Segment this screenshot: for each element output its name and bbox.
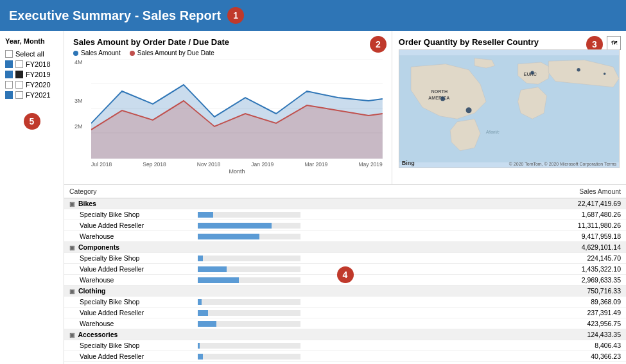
sub-bar-cell bbox=[193, 340, 321, 351]
select-all-label: Select all bbox=[15, 50, 44, 58]
sub-bar-cell bbox=[193, 231, 321, 242]
sub-amount: 2,969,633.35 bbox=[321, 275, 626, 286]
line-chart-title: Sales Amount by Order Date / Due Date bbox=[73, 37, 383, 47]
expand-icon[interactable]: ▣ bbox=[69, 201, 75, 207]
col-category: Category bbox=[64, 185, 193, 198]
sub-bar-cell bbox=[193, 297, 321, 308]
sub-amount: 75,660.69 bbox=[321, 362, 626, 365]
sidebar-select-all[interactable]: Select all bbox=[5, 49, 58, 59]
sub-amount: 237,391.49 bbox=[321, 308, 626, 318]
legend-dot-blue bbox=[73, 51, 78, 56]
sub-category-name: Specialty Bike Shop bbox=[64, 209, 193, 220]
col-bar bbox=[193, 185, 321, 198]
right-section: Sales Amount by Order Date / Due Date Sa… bbox=[64, 31, 626, 364]
legend-dot-red bbox=[130, 51, 135, 56]
svg-point-17 bbox=[440, 96, 445, 101]
svg-text:AMERICA: AMERICA bbox=[428, 95, 450, 101]
table-row: Warehouse 9,417,959.18 bbox=[64, 231, 626, 242]
sub-category-name: Specialty Bike Shop bbox=[64, 340, 193, 351]
chart-legend: Sales Amount Sales Amount by Due Date bbox=[73, 49, 383, 56]
world-map-svg: NORTH AMERICA EURC bbox=[399, 50, 619, 168]
sidebar-fy2020[interactable]: FY2020 bbox=[5, 80, 58, 90]
sub-amount: 1,687,480.26 bbox=[321, 209, 626, 220]
sub-category-name: Specialty Bike Shop bbox=[64, 297, 193, 308]
table-row: ▣ Bikes 22,417,419.69 bbox=[64, 198, 626, 209]
sub-bar-cell bbox=[193, 318, 321, 329]
legend-sales-amount: Sales Amount bbox=[73, 49, 121, 56]
sub-bar-cell bbox=[193, 362, 321, 365]
badge-1: 1 bbox=[227, 7, 244, 24]
badge-5: 5 bbox=[24, 113, 40, 130]
table-row: ▣ Clothing 750,716.33 bbox=[64, 286, 626, 297]
table-row: Value Added Reseller 237,391.49 bbox=[64, 308, 626, 318]
sub-category-name: Value Added Reseller bbox=[64, 308, 193, 318]
bing-logo: Bing bbox=[402, 160, 415, 166]
fy2019-swatch bbox=[15, 71, 23, 78]
expand-icon[interactable]: ▣ bbox=[69, 332, 75, 338]
sub-bar-cell bbox=[193, 351, 321, 362]
fy2021-label: FY2021 bbox=[26, 91, 51, 99]
sub-bar-cell bbox=[193, 220, 321, 231]
badge-4: 4 bbox=[337, 266, 354, 283]
sidebar-title: Year, Month bbox=[5, 37, 58, 45]
svg-point-19 bbox=[530, 71, 534, 74]
category-name: ▣ Clothing bbox=[64, 286, 193, 297]
fy2018-checkbox[interactable] bbox=[5, 60, 13, 68]
table-row: Specialty Bike Shop 8,406.43 bbox=[64, 340, 626, 351]
sub-category-name: Warehouse bbox=[64, 231, 193, 242]
page-title: Executive Summary - Sales Report bbox=[9, 8, 221, 23]
fy2019-checkbox[interactable] bbox=[5, 71, 13, 78]
sub-amount: 9,417,959.18 bbox=[321, 231, 626, 242]
svg-text:Atlantic: Atlantic bbox=[485, 130, 500, 134]
table-header-row: Category Sales Amount bbox=[64, 185, 626, 198]
sub-bar-cell bbox=[193, 209, 321, 220]
main-content: Year, Month Select all FY2018 FY2019 FY2… bbox=[0, 31, 626, 364]
x-label-may: May 2019 bbox=[358, 161, 382, 168]
legend-label-1: Sales Amount bbox=[81, 49, 121, 56]
table-row: Warehouse 75,660.69 bbox=[64, 362, 626, 365]
category-name: ▣ Bikes bbox=[64, 198, 193, 209]
sub-bar-cell bbox=[193, 308, 321, 318]
table-row: Specialty Bike Shop 1,687,480.26 bbox=[64, 209, 626, 220]
sub-category-name: Value Added Reseller bbox=[64, 351, 193, 362]
table-row: ▣ Accessories 124,433.35 bbox=[64, 329, 626, 340]
x-label-nov: Nov 2018 bbox=[197, 161, 220, 168]
table-row: Value Added Reseller 11,311,980.26 bbox=[64, 220, 626, 231]
map-view-icon[interactable]: 🗺 bbox=[607, 36, 621, 50]
category-bar-cell bbox=[193, 329, 321, 340]
fy2020-checkbox[interactable] bbox=[5, 81, 13, 89]
category-name: ▣ Components bbox=[64, 242, 193, 253]
svg-point-20 bbox=[577, 68, 580, 71]
fy2018-swatch bbox=[15, 60, 23, 68]
table-row: Specialty Bike Shop 224,145.70 bbox=[64, 253, 626, 264]
table-row: Specialty Bike Shop 89,368.09 bbox=[64, 297, 626, 308]
badge-2: 2 bbox=[370, 36, 387, 53]
fy2021-checkbox[interactable] bbox=[5, 91, 13, 99]
sidebar-fy2021[interactable]: FY2021 bbox=[5, 90, 58, 100]
expand-icon[interactable]: ▣ bbox=[69, 245, 75, 251]
category-total: 4,629,101.14 bbox=[321, 242, 626, 253]
sub-category-name: Warehouse bbox=[64, 275, 193, 286]
sub-bar-cell bbox=[193, 275, 321, 286]
sidebar: Year, Month Select all FY2018 FY2019 FY2… bbox=[0, 31, 64, 364]
sidebar-fy2019[interactable]: FY2019 bbox=[5, 69, 58, 80]
col-amount: Sales Amount bbox=[321, 185, 626, 198]
sub-bar-cell bbox=[193, 253, 321, 264]
x-label-jul: Jul 2018 bbox=[91, 161, 112, 168]
x-label-jan: Jan 2019 bbox=[251, 161, 274, 168]
y-label-4m: 4M bbox=[74, 59, 83, 65]
table-container[interactable]: 4 Category Sales Amount ▣ Bikes 22,417,4… bbox=[64, 185, 626, 364]
y-label-2m: 2M bbox=[74, 123, 83, 130]
x-axis-title: Month bbox=[91, 168, 383, 175]
sub-amount: 8,406.43 bbox=[321, 340, 626, 351]
legend-due-date: Sales Amount by Due Date bbox=[130, 49, 214, 56]
category-name: ▣ Accessories bbox=[64, 329, 193, 340]
sub-amount: 1,435,322.10 bbox=[321, 264, 626, 275]
category-total: 124,433.35 bbox=[321, 329, 626, 340]
select-all-checkbox[interactable] bbox=[5, 50, 13, 58]
expand-icon[interactable]: ▣ bbox=[69, 288, 75, 295]
sidebar-fy2018[interactable]: FY2018 bbox=[5, 59, 58, 69]
sub-amount: 423,956.75 bbox=[321, 318, 626, 329]
charts-row: Sales Amount by Order Date / Due Date Sa… bbox=[64, 31, 626, 185]
category-bar-cell bbox=[193, 242, 321, 253]
